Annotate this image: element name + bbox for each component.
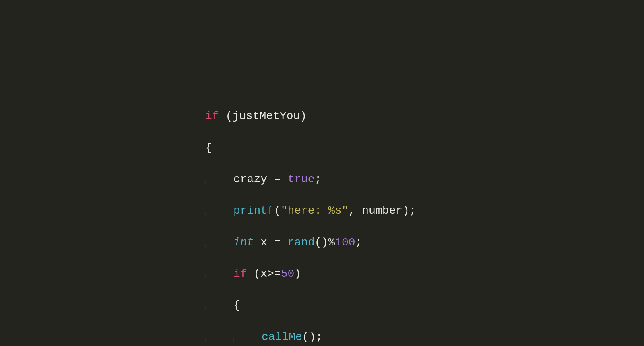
paren-close: ) [294,268,301,280]
operator: = [267,173,287,185]
operator: ()% [315,236,335,249]
code-line-5: int x = rand()%100; [205,235,416,250]
semicolon: ; [355,236,362,249]
paren-open: ( [219,110,233,122]
function-call: rand [287,236,314,249]
string-literal: "here: %s" [281,204,349,217]
brace-open: { [205,142,212,154]
paren-close: ); [402,204,416,217]
operator: >= [267,268,281,280]
comma: , [349,204,362,217]
identifier: crazy [233,173,267,185]
identifier: x [260,236,267,249]
operator: = [267,236,287,249]
code-line-2: { [205,140,416,156]
semicolon: ; [315,173,322,185]
code-line-6: if (x>=50) [205,266,416,282]
function-call: printf [233,204,274,217]
code-snippet: if (justMetYou) { crazy = true; printf("… [205,93,416,346]
function-call: callMe [262,331,302,343]
paren-close: ) [300,110,307,122]
paren-open: ( [247,268,261,280]
code-line-4: printf("here: %s", number); [205,203,416,218]
code-line-3: crazy = true; [205,171,416,187]
code-line-8: callMe(); [205,329,416,345]
code-line-7: { [205,297,416,313]
identifier: number [362,204,402,217]
literal-true: true [287,173,314,185]
brace-open: { [233,299,240,311]
number-literal: 100 [335,236,355,249]
number-literal: 50 [281,268,295,280]
keyword-if: if [205,110,219,122]
paren-open: ( [274,204,281,217]
code-line-1: if (justMetYou) [205,108,416,124]
paren-close: (); [302,331,322,343]
identifier: justMetYou [232,110,300,122]
space [254,236,260,249]
identifier: x [260,268,267,280]
type-keyword: int [233,236,254,249]
keyword-if: if [233,268,247,280]
